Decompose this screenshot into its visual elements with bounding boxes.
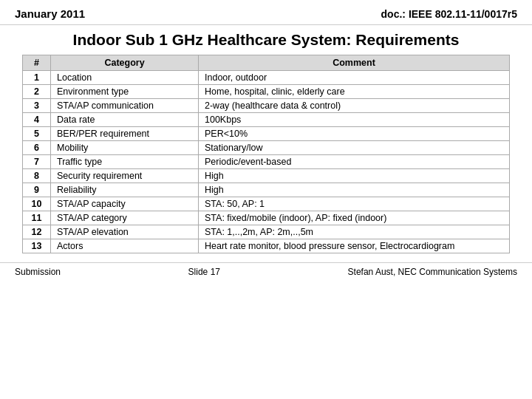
cell-category: STA/AP category (51, 211, 199, 225)
footer-author: Stefan Aust, NEC Communication Systems (348, 267, 517, 277)
footer-slide: Slide 17 (188, 267, 220, 277)
table-row: 13ActorsHeart rate monitor, blood pressu… (23, 239, 510, 253)
cell-num: 11 (23, 211, 51, 225)
page-footer: Submission Slide 17 Stefan Aust, NEC Com… (0, 262, 532, 280)
cell-comment: STA: fixed/mobile (indoor), AP: fixed (i… (199, 211, 510, 225)
cell-comment: Home, hospital, clinic, elderly care (199, 85, 510, 99)
cell-category: BER/PER requirement (51, 127, 199, 141)
cell-category: Environment type (51, 85, 199, 99)
cell-num: 13 (23, 239, 51, 253)
cell-category: STA/AP capacity (51, 197, 199, 211)
table-header-row: # Category Comment (23, 55, 510, 71)
cell-comment: PER<10% (199, 127, 510, 141)
cell-comment: STA: 50, AP: 1 (199, 197, 510, 211)
cell-comment: 100Kbps (199, 113, 510, 127)
cell-category: STA/AP communication (51, 99, 199, 113)
table-row: 3STA/AP communication2-way (healthcare d… (23, 99, 510, 113)
col-header-num: # (23, 55, 51, 71)
col-header-category: Category (51, 55, 199, 71)
cell-num: 4 (23, 113, 51, 127)
cell-num: 8 (23, 169, 51, 183)
main-content: Indoor Sub 1 GHz Healthcare System: Requ… (0, 25, 532, 258)
cell-comment: Indoor, outdoor (199, 71, 510, 85)
cell-comment: 2-way (healthcare data & control) (199, 99, 510, 113)
cell-category: Actors (51, 239, 199, 253)
col-header-comment: Comment (199, 55, 510, 71)
table-row: 7Traffic typePeriodic/event-based (23, 155, 510, 169)
cell-comment: Stationary/low (199, 141, 510, 155)
cell-comment: High (199, 169, 510, 183)
table-row: 2Environment typeHome, hospital, clinic,… (23, 85, 510, 99)
cell-num: 7 (23, 155, 51, 169)
cell-num: 2 (23, 85, 51, 99)
cell-num: 1 (23, 71, 51, 85)
cell-num: 10 (23, 197, 51, 211)
cell-num: 3 (23, 99, 51, 113)
cell-category: STA/AP elevation (51, 225, 199, 239)
header-date: January 2011 (15, 7, 85, 20)
cell-category: Traffic type (51, 155, 199, 169)
table-row: 4Data rate100Kbps (23, 113, 510, 127)
header-doc: doc.: IEEE 802.11-11/0017r5 (381, 8, 517, 20)
footer-submission: Submission (15, 267, 61, 277)
page-title: Indoor Sub 1 GHz Healthcare System: Requ… (22, 31, 510, 49)
table-row: 5BER/PER requirementPER<10% (23, 127, 510, 141)
cell-num: 12 (23, 225, 51, 239)
cell-comment: Periodic/event-based (199, 155, 510, 169)
cell-category: Security requirement (51, 169, 199, 183)
cell-num: 9 (23, 183, 51, 197)
table-row: 9ReliabilityHigh (23, 183, 510, 197)
table-row: 8Security requirementHigh (23, 169, 510, 183)
requirements-table: # Category Comment 1LocationIndoor, outd… (22, 55, 510, 253)
table-row: 6MobilityStationary/low (23, 141, 510, 155)
cell-category: Mobility (51, 141, 199, 155)
table-row: 1LocationIndoor, outdoor (23, 71, 510, 85)
cell-category: Data rate (51, 113, 199, 127)
cell-comment: Heart rate monitor, blood pressure senso… (199, 239, 510, 253)
table-row: 12STA/AP elevationSTA: 1,..,2m, AP: 2m,.… (23, 225, 510, 239)
cell-category: Reliability (51, 183, 199, 197)
page-header: January 2011 doc.: IEEE 802.11-11/0017r5 (0, 0, 532, 25)
cell-comment: High (199, 183, 510, 197)
cell-category: Location (51, 71, 199, 85)
cell-num: 5 (23, 127, 51, 141)
table-row: 10STA/AP capacitySTA: 50, AP: 1 (23, 197, 510, 211)
table-row: 11STA/AP categorySTA: fixed/mobile (indo… (23, 211, 510, 225)
cell-comment: STA: 1,..,2m, AP: 2m,..,5m (199, 225, 510, 239)
cell-num: 6 (23, 141, 51, 155)
